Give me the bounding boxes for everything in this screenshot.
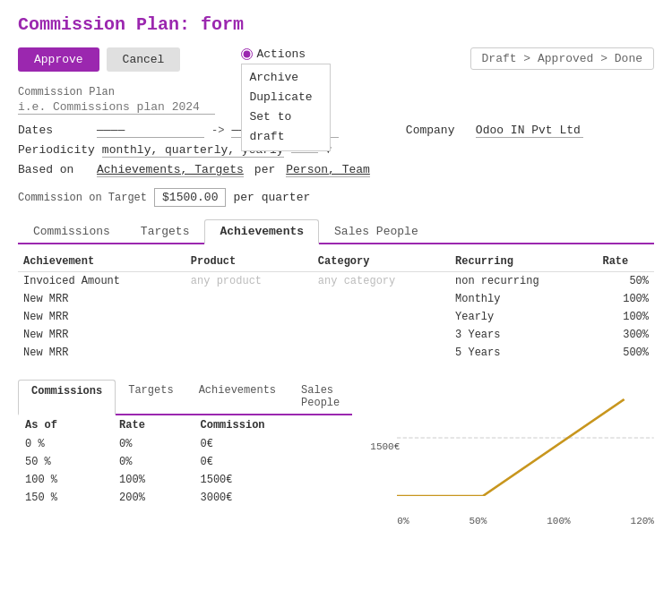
company-row: Company Odoo IN Pvt Ltd	[406, 124, 583, 138]
as-of-row: 50 % 0% 0€	[18, 453, 352, 471]
page-title: Commission Plan: form	[18, 14, 654, 35]
bottom-tab-sales-people[interactable]: Sales People	[289, 380, 352, 414]
col-category: Category	[313, 252, 450, 272]
per-value[interactable]: Person, Team	[286, 163, 370, 177]
rate-cell: 200%	[112, 489, 193, 507]
achievement-row: New MRR 5 Years 500%	[18, 344, 654, 362]
commission-plan-label: Commission Plan	[18, 86, 654, 98]
tab-targets[interactable]: Targets	[125, 219, 205, 243]
action-set-to-draft[interactable]: Set to draft	[249, 107, 323, 147]
as-of-row: 150 % 200% 3000€	[18, 489, 352, 507]
commission-cell: 1500€	[194, 471, 353, 489]
approve-button[interactable]: Approve	[18, 47, 99, 72]
achievement-cell: Invoiced Amount	[18, 272, 185, 291]
bottom-tab-achievements[interactable]: Achievements	[186, 380, 289, 414]
achievement-cell: New MRR	[18, 326, 185, 344]
chart-container: 1500€	[370, 380, 654, 514]
x-label-0: 0%	[397, 516, 409, 526]
per-label: per	[254, 163, 275, 176]
actions-radio[interactable]	[241, 48, 253, 60]
bottom-tab-targets[interactable]: Targets	[116, 380, 185, 414]
cancel-button[interactable]: Cancel	[107, 47, 181, 72]
chart-x-labels: 0% 50% 100% 120%	[370, 516, 654, 526]
commission-cell: 3000€	[194, 489, 353, 507]
category-cell	[313, 290, 450, 308]
achievement-row: Invoiced Amount any product any category…	[18, 272, 654, 291]
recurring-cell: non recurring	[450, 272, 597, 291]
commission-target-suffix: per quarter	[233, 191, 310, 204]
product-cell	[185, 290, 313, 308]
toolbar: Approve Cancel Actions Archive Duplicate…	[18, 47, 654, 72]
commission-plan-section: Commission Plan	[18, 86, 654, 115]
commission-plan-input[interactable]	[18, 100, 215, 115]
based-on-value[interactable]: Achievements, Targets	[97, 163, 244, 177]
category-cell	[313, 326, 450, 344]
category-cell: any category	[313, 272, 450, 291]
tab-achievements[interactable]: Achievements	[204, 219, 319, 244]
rate-cell: 100%	[597, 290, 654, 308]
product-cell	[185, 344, 313, 362]
rate-cell: 0%	[112, 435, 193, 453]
col-achievement: Achievement	[18, 252, 185, 272]
based-on-row: Based on Achievements, Targets per Perso…	[18, 163, 370, 177]
action-duplicate[interactable]: Duplicate	[249, 88, 323, 107]
as-of-cell: 50 %	[18, 453, 112, 471]
rate-cell: 100%	[112, 471, 193, 489]
commission-cell: 0€	[194, 435, 353, 453]
bottom-tabs-bar: Commissions Targets Achievements Sales P…	[18, 380, 352, 415]
company-value: Odoo IN Pvt Ltd	[476, 124, 583, 138]
as-of-cell: 100 %	[18, 471, 112, 489]
recurring-cell: Yearly	[450, 308, 597, 326]
chart-y-label: 1500€	[370, 441, 400, 452]
company-label: Company	[406, 124, 469, 137]
tab-sales-people[interactable]: Sales People	[319, 219, 434, 243]
achievement-row: New MRR 3 Years 300%	[18, 326, 654, 344]
tabs-bar: Commissions Targets Achievements Sales P…	[18, 219, 654, 244]
recurring-cell: 3 Years	[450, 326, 597, 344]
as-of-cell: 0 %	[18, 435, 112, 453]
tabs-section: Commissions Targets Achievements Sales P…	[18, 219, 654, 244]
periodicity-label: Periodicity	[18, 143, 95, 157]
product-cell	[185, 326, 313, 344]
commission-target-row: Commission on Target $1500.00 per quarte…	[18, 188, 654, 207]
rate-col: Rate	[112, 415, 193, 435]
actions-group: Actions Archive Duplicate Set to draft	[241, 47, 306, 61]
recurring-cell: 5 Years	[450, 344, 597, 362]
commission-target-value: $1500.00	[154, 188, 226, 207]
rate-cell: 300%	[597, 326, 654, 344]
bottom-tab-commissions[interactable]: Commissions	[18, 380, 116, 415]
status-flow: Draft > Approved > Done	[470, 47, 654, 70]
actions-radio-label[interactable]: Actions	[241, 47, 306, 61]
chart-area: 1500€ 0% 50% 100% 120%	[370, 380, 654, 526]
x-label-100: 100%	[547, 516, 570, 526]
commission-cell: 0€	[194, 453, 353, 471]
as-of-col: As of	[18, 415, 112, 435]
rate-cell: 50%	[597, 272, 654, 291]
achievement-row: New MRR Monthly 100%	[18, 290, 654, 308]
product-cell	[185, 308, 313, 326]
chart-svg	[397, 380, 654, 496]
category-cell	[313, 344, 450, 362]
form-main-row: Dates ———— -> ———————— Periodicity month…	[18, 124, 654, 183]
product-cell: any product	[185, 272, 313, 291]
as-of-row: 100 % 100% 1500€	[18, 471, 352, 489]
achievement-cell: New MRR	[18, 308, 185, 326]
col-rate: Rate	[597, 252, 654, 272]
col-recurring: Recurring	[450, 252, 597, 272]
actions-label: Actions	[256, 47, 306, 61]
achievements-table: Achievement Product Category Recurring R…	[18, 252, 654, 362]
dates-label: Dates	[18, 124, 90, 137]
col-product: Product	[185, 252, 313, 272]
action-archive[interactable]: Archive	[249, 68, 323, 88]
recurring-cell: Monthly	[450, 290, 597, 308]
company-section: Company Odoo IN Pvt Ltd	[406, 124, 583, 183]
rate-cell: 0%	[112, 453, 193, 471]
rate-cell: 500%	[597, 344, 654, 362]
as-of-cell: 150 %	[18, 489, 112, 507]
commission-target-label: Commission on Target	[18, 192, 147, 204]
as-of-row: 0 % 0% 0€	[18, 435, 352, 453]
tab-commissions[interactable]: Commissions	[18, 219, 125, 243]
rate-cell: 100%	[597, 308, 654, 326]
commission-col: Commission	[194, 415, 353, 435]
bottom-left: Commissions Targets Achievements Sales P…	[18, 380, 352, 526]
